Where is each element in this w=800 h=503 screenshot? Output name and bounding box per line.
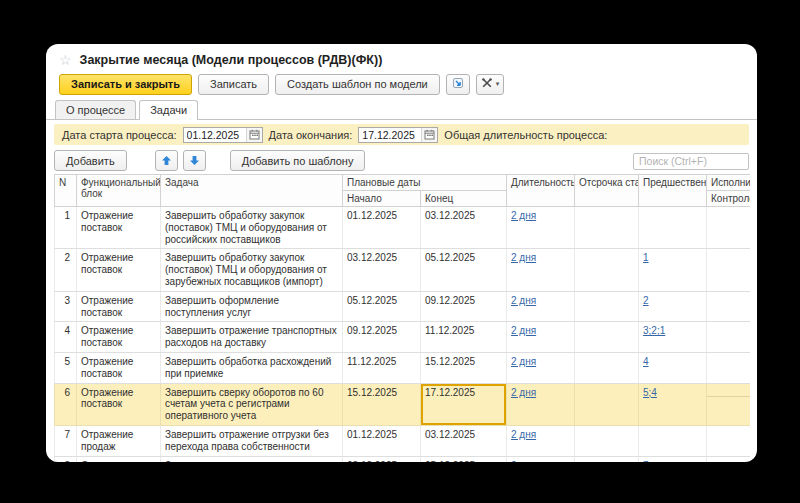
predecessors-link[interactable]: 3;2;1	[643, 325, 665, 336]
cell-predecessors[interactable]: 4	[639, 352, 707, 383]
executors-subcell[interactable]	[707, 207, 750, 220]
cell-executors[interactable]	[707, 383, 750, 425]
executors-subcell[interactable]	[707, 249, 750, 262]
cell-start-date[interactable]: 09.12.2025	[343, 322, 421, 353]
cell-start-date[interactable]: 01.12.2025	[343, 207, 421, 249]
cell-end-date[interactable]: 17.12.2025	[421, 383, 507, 425]
cell-task[interactable]: Завершить оформление поступления услуг	[161, 291, 343, 322]
header-start-delay[interactable]: Отсрочка старта	[575, 175, 639, 207]
end-date-input[interactable]	[359, 128, 421, 142]
predecessors-link[interactable]: 2	[643, 295, 649, 306]
cell-end-date[interactable]: 03.12.2025	[421, 207, 507, 249]
header-executors[interactable]: Исполнители	[707, 175, 750, 191]
move-down-button[interactable]	[183, 150, 206, 171]
end-date-calendar-button[interactable]	[421, 128, 437, 142]
controllers-subcell[interactable]	[707, 366, 750, 379]
cell-duration[interactable]: 2 дня	[507, 249, 575, 291]
cell-start-delay[interactable]	[575, 291, 639, 322]
executors-subcell[interactable]	[707, 426, 750, 439]
tab-tasks[interactable]: Задачи	[139, 100, 198, 120]
cell-functional-block[interactable]: Отражение продаж	[77, 425, 161, 456]
cell-duration[interactable]: 2 дня	[507, 322, 575, 353]
cell-start-delay[interactable]	[575, 425, 639, 456]
controllers-subcell[interactable]	[707, 335, 750, 348]
cell-predecessors[interactable]: 7	[639, 456, 707, 462]
header-task[interactable]: Задача	[161, 175, 343, 207]
task-row[interactable]: 7Отражение продажЗавершить отражение отг…	[55, 425, 751, 456]
header-start-date[interactable]: Начало	[343, 191, 421, 207]
controllers-subcell[interactable]	[707, 220, 750, 233]
task-row[interactable]: 3Отражение поставокЗавершить оформление …	[55, 291, 751, 322]
executors-subcell[interactable]	[707, 384, 750, 397]
cell-number[interactable]: 7	[55, 425, 77, 456]
cell-functional-block[interactable]: Отражение поставок	[77, 291, 161, 322]
cell-number[interactable]: 6	[55, 383, 77, 425]
cell-end-date[interactable]: 09.12.2025	[421, 291, 507, 322]
cell-executors[interactable]	[707, 425, 750, 456]
start-date-calendar-button[interactable]	[246, 128, 262, 142]
cell-duration[interactable]: 2 дня	[507, 207, 575, 249]
cell-start-delay[interactable]	[575, 352, 639, 383]
cell-executors[interactable]	[707, 322, 750, 353]
predecessors-link[interactable]: 4	[643, 356, 649, 367]
cell-predecessors[interactable]	[639, 207, 707, 249]
cell-start-delay[interactable]	[575, 456, 639, 462]
cell-duration[interactable]: 2 дня	[507, 456, 575, 462]
cell-executors[interactable]	[707, 207, 750, 249]
duration-link[interactable]: 2 дня	[511, 460, 536, 462]
cell-duration[interactable]: 2 дня	[507, 383, 575, 425]
cell-start-date[interactable]: 15.12.2025	[343, 383, 421, 425]
duration-link[interactable]: 2 дня	[511, 210, 536, 221]
tools-menu-button[interactable]: ▾	[476, 74, 505, 95]
cell-executors[interactable]	[707, 249, 750, 291]
cell-duration[interactable]: 2 дня	[507, 291, 575, 322]
controllers-subcell[interactable]	[707, 262, 750, 275]
cell-functional-block[interactable]: Отражение поставок	[77, 207, 161, 249]
header-predecessors[interactable]: Предшественники	[639, 175, 707, 207]
controllers-subcell[interactable]	[707, 305, 750, 318]
cell-end-date[interactable]: 11.12.2025	[421, 322, 507, 353]
controllers-subcell[interactable]	[707, 439, 750, 452]
duration-link[interactable]: 2 дня	[511, 295, 536, 306]
executors-subcell[interactable]	[707, 457, 750, 462]
cell-number[interactable]: 4	[55, 322, 77, 353]
cell-number[interactable]: 3	[55, 291, 77, 322]
cell-task[interactable]: Завершить обработку закупок (поставок) Т…	[161, 207, 343, 249]
duration-link[interactable]: 2 дня	[511, 387, 536, 398]
search-input[interactable]	[633, 153, 749, 170]
cell-number[interactable]: 2	[55, 249, 77, 291]
move-up-button[interactable]	[155, 150, 178, 171]
task-row[interactable]: 5Отражение поставокЗавершить обработка р…	[55, 352, 751, 383]
predecessors-link[interactable]: 7	[643, 460, 649, 462]
tab-about-process[interactable]: О процессе	[55, 100, 136, 119]
cell-predecessors[interactable]: 3;2;1	[639, 322, 707, 353]
controllers-subcell[interactable]	[707, 397, 750, 410]
header-functional-block[interactable]: Функциональный блок	[77, 175, 161, 207]
create-template-button[interactable]: Создать шаблон по модели	[275, 74, 440, 95]
cell-functional-block[interactable]: Отражение поставок	[77, 249, 161, 291]
start-date-input[interactable]	[184, 128, 246, 142]
task-row[interactable]: 4Отражение поставокЗавершить отражение т…	[55, 322, 751, 353]
cell-functional-block[interactable]: Отражение продаж	[77, 456, 161, 462]
cell-functional-block[interactable]: Отражение поставок	[77, 352, 161, 383]
cell-start-date[interactable]: 01.12.2025	[343, 425, 421, 456]
duration-link[interactable]: 2 дня	[511, 356, 536, 367]
task-row[interactable]: 2Отражение поставокЗавершить обработку з…	[55, 249, 751, 291]
task-row[interactable]: 6Отражение поставокЗавершить сверку обор…	[55, 383, 751, 425]
cell-task[interactable]: Завершить отражение отгрузки без переход…	[161, 425, 343, 456]
cell-executors[interactable]	[707, 291, 750, 322]
cell-start-date[interactable]: 11.12.2025	[343, 352, 421, 383]
executors-subcell[interactable]	[707, 322, 750, 335]
cell-task[interactable]: Завершить обработку закупок (поставок) Т…	[161, 249, 343, 291]
cell-duration[interactable]: 2 дня	[507, 352, 575, 383]
cell-predecessors[interactable]: 1	[639, 249, 707, 291]
add-by-template-button[interactable]: Добавить по шаблону	[230, 150, 366, 171]
cell-start-delay[interactable]	[575, 249, 639, 291]
cell-task[interactable]: Завершить отражение транспортных расходо…	[161, 322, 343, 353]
cell-number[interactable]: 1	[55, 207, 77, 249]
executors-subcell[interactable]	[707, 292, 750, 305]
cell-predecessors[interactable]: 5;4	[639, 383, 707, 425]
cell-functional-block[interactable]: Отражение поставок	[77, 383, 161, 425]
cell-executors[interactable]	[707, 456, 750, 462]
cell-task[interactable]: Завершить обработка расхождений при прие…	[161, 352, 343, 383]
